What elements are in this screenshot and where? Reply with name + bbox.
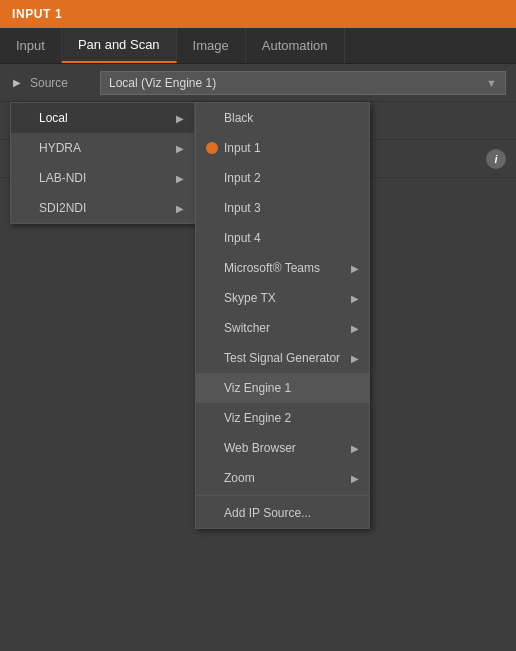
- tab-image[interactable]: Image: [177, 28, 246, 63]
- menu-item-black[interactable]: Black: [196, 103, 369, 133]
- menu-level2: Black Input 1 Input 2 Input 3 Input 4 Mi…: [195, 102, 370, 529]
- zoom-sub-arrow-icon: ▶: [351, 473, 359, 484]
- hydra-sub-arrow-icon: ▶: [176, 143, 184, 154]
- web-browser-sub-arrow-icon: ▶: [351, 443, 359, 454]
- menu-item-zoom[interactable]: Zoom ▶: [196, 463, 369, 493]
- menu-item-input4[interactable]: Input 4: [196, 223, 369, 253]
- bullet-icon: [206, 142, 218, 154]
- local-sub-arrow-icon: ▶: [176, 113, 184, 124]
- menu-item-sdi2ndi[interactable]: SDI2NDI ▶: [11, 193, 194, 223]
- menu-item-hydra[interactable]: HYDRA ▶: [11, 133, 194, 163]
- info-button[interactable]: i: [486, 149, 506, 169]
- menu-item-web-browser[interactable]: Web Browser ▶: [196, 433, 369, 463]
- tab-bar: Input Pan and Scan Image Automation: [0, 28, 516, 64]
- source-label: Source: [30, 76, 100, 90]
- menu-divider: [196, 495, 369, 496]
- menu-item-viz-engine-1[interactable]: Viz Engine 1: [196, 373, 369, 403]
- skype-sub-arrow-icon: ▶: [351, 293, 359, 304]
- menu-item-input2[interactable]: Input 2: [196, 163, 369, 193]
- menu-item-input3[interactable]: Input 3: [196, 193, 369, 223]
- main-content: ▶ Source Local (Viz Engine 1) ▼ ▶ Name/C…: [0, 64, 516, 651]
- title-label: INPUT 1: [12, 7, 62, 21]
- menu-item-input1[interactable]: Input 1: [196, 133, 369, 163]
- switcher-sub-arrow-icon: ▶: [351, 323, 359, 334]
- title-bar: INPUT 1: [0, 0, 516, 28]
- menu-level1: Local ▶ HYDRA ▶ LAB-NDI ▶ SDI2NDI ▶: [10, 102, 195, 224]
- tab-pan-scan[interactable]: Pan and Scan: [62, 28, 177, 63]
- menu-item-add-ip[interactable]: Add IP Source...: [196, 498, 369, 528]
- dropdown-overlay: Local ▶ HYDRA ▶ LAB-NDI ▶ SDI2NDI ▶: [10, 102, 195, 224]
- menu-item-test-signal[interactable]: Test Signal Generator ▶: [196, 343, 369, 373]
- test-signal-sub-arrow-icon: ▶: [351, 353, 359, 364]
- menu-item-skype-tx[interactable]: Skype TX ▶: [196, 283, 369, 313]
- teams-sub-arrow-icon: ▶: [351, 263, 359, 274]
- menu-item-ms-teams[interactable]: Microsoft® Teams ▶: [196, 253, 369, 283]
- sdi2ndi-sub-arrow-icon: ▶: [176, 203, 184, 214]
- source-expand-arrow[interactable]: ▶: [10, 76, 24, 90]
- menu-item-local[interactable]: Local ▶: [11, 103, 194, 133]
- tab-input[interactable]: Input: [0, 28, 62, 63]
- dropdown-arrow-icon: ▼: [486, 77, 497, 89]
- source-row: ▶ Source Local (Viz Engine 1) ▼: [0, 64, 516, 102]
- tab-automation[interactable]: Automation: [246, 28, 345, 63]
- source-dropdown[interactable]: Local (Viz Engine 1) ▼: [100, 71, 506, 95]
- labndi-sub-arrow-icon: ▶: [176, 173, 184, 184]
- menu-item-switcher[interactable]: Switcher ▶: [196, 313, 369, 343]
- menu-item-viz-engine-2[interactable]: Viz Engine 2: [196, 403, 369, 433]
- menu-item-lab-ndi[interactable]: LAB-NDI ▶: [11, 163, 194, 193]
